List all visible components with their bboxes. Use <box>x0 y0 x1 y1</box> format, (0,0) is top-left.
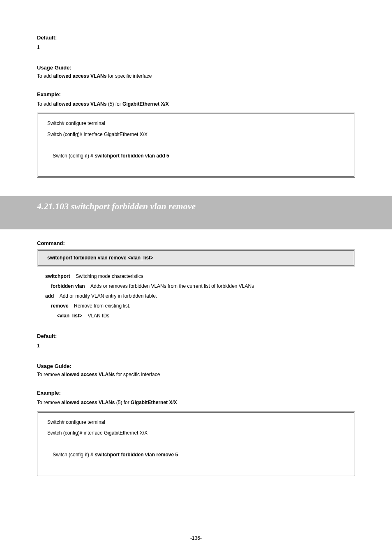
example-heading: Example: <box>37 91 355 97</box>
param-key: switchport <box>45 273 76 279</box>
param-desc: Adds or removes forbidden VLANs from the… <box>90 283 254 289</box>
usage-prefix: To remove <box>37 372 61 377</box>
code-line: Switch (config)# interface GigabitEthern… <box>47 129 345 140</box>
param-desc: Switching mode characteristics <box>76 273 143 279</box>
usage-suffix: for specific interface <box>115 372 160 377</box>
command-heading: Command: <box>37 240 355 246</box>
syntax-box: switchport forbidden vlan remove <vlan_l… <box>37 250 355 266</box>
code-line: Switch (config)# interface GigabitEthern… <box>47 428 345 438</box>
default-heading: Default: <box>37 333 355 339</box>
example-heading: Example: <box>37 390 355 396</box>
param-row: forbidden vlan Adds or removes forbidden… <box>45 281 355 291</box>
param-key: add <box>45 293 60 299</box>
code-line: Switch# configure terminal <box>47 417 345 428</box>
section-title-bar: 4.21.103 switchport forbidden vlan remov… <box>0 196 392 229</box>
default-heading: Default: <box>37 35 355 41</box>
code-command: switchport forbidden vlan remove 5 <box>95 452 178 458</box>
example-bold2: GigabitEthernet X/X <box>122 101 169 107</box>
example-prefix: To add <box>37 101 53 107</box>
code-block-1: Switch# configure terminal Switch (confi… <box>37 113 355 178</box>
param-row: switchport Switching mode characteristic… <box>45 271 355 281</box>
page-number: -136- <box>0 535 392 541</box>
usage-bold: allowed access VLANs <box>53 73 106 79</box>
param-row: remove Remove from existing list. <box>45 301 355 311</box>
param-row: add Add or modify VLAN entry in forbidde… <box>45 291 355 301</box>
usage-guide-text: To add allowed access VLANs for specific… <box>37 73 355 79</box>
code-line: Switch# configure terminal <box>47 118 345 129</box>
usage-guide-text: To remove allowed access VLANs for speci… <box>37 372 355 377</box>
param-desc: Add or modify VLAN entry in forbidden ta… <box>60 293 157 299</box>
usage-prefix: To add <box>37 73 53 79</box>
example-bold: allowed access VLANs <box>53 101 106 107</box>
code-block-2: Switch# configure terminal Switch (confi… <box>37 412 355 476</box>
param-key: <vlan_list> <box>57 313 88 319</box>
usage-heading: Usage Guide: <box>37 65 355 71</box>
code-prefix: Switch (config-if) # <box>53 452 95 458</box>
usage-heading: Usage Guide: <box>37 363 355 369</box>
parameter-list: switchport Switching mode characteristic… <box>37 271 355 321</box>
param-row: <vlan_list> VLAN IDs <box>45 311 355 321</box>
example-text: To add allowed access VLANs (5) for Giga… <box>37 100 355 109</box>
example-bold2: GigabitEthernet X/X <box>131 400 177 405</box>
example-bold: allowed access VLANs <box>61 400 115 405</box>
example-prefix: To remove <box>37 400 61 405</box>
usage-suffix: for specific interface <box>106 73 152 79</box>
default-value: 1 <box>37 342 355 351</box>
code-prefix: Switch (config-if) # <box>53 153 95 159</box>
param-key: forbidden vlan <box>51 283 90 289</box>
example-mid: (5) for <box>115 400 131 405</box>
default-value: 1 <box>37 43 355 52</box>
code-line: Switch (config-if) # switchport forbidde… <box>47 140 345 172</box>
example-mid: (5) for <box>106 101 122 107</box>
param-desc: VLAN IDs <box>88 313 109 319</box>
code-line: Switch (config-if) # switchport forbidde… <box>47 438 345 471</box>
code-command: switchport forbidden vlan add 5 <box>95 153 169 159</box>
usage-bold: allowed access VLANs <box>61 372 115 377</box>
example-text: To remove allowed access VLANs (5) for G… <box>37 398 355 407</box>
syntax-text: switchport forbidden vlan remove <vlan_l… <box>47 255 153 261</box>
param-key: remove <box>51 303 74 309</box>
param-desc: Remove from existing list. <box>74 303 130 309</box>
